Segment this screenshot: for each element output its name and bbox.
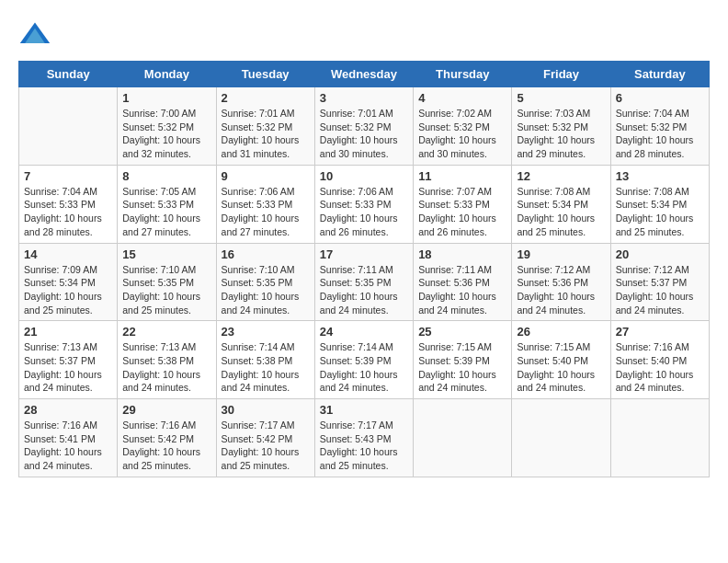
weekday-header-friday: Friday	[512, 62, 610, 87]
weekday-header-row: SundayMondayTuesdayWednesdayThursdayFrid…	[19, 62, 710, 87]
calendar-cell: 31Sunrise: 7:17 AM Sunset: 5:43 PM Dayli…	[314, 399, 413, 477]
calendar-cell	[19, 87, 118, 166]
day-info: Sunrise: 7:04 AM Sunset: 5:33 PM Dayligh…	[24, 185, 112, 239]
day-number: 3	[320, 91, 408, 105]
weekday-header-tuesday: Tuesday	[216, 62, 314, 87]
day-number: 12	[517, 169, 605, 183]
day-number: 2	[222, 91, 310, 105]
calendar-cell: 24Sunrise: 7:14 AM Sunset: 5:39 PM Dayli…	[314, 321, 413, 399]
calendar-cell: 17Sunrise: 7:11 AM Sunset: 5:35 PM Dayli…	[314, 243, 413, 321]
calendar-cell	[512, 399, 610, 477]
logo	[18, 18, 55, 52]
day-info: Sunrise: 7:13 AM Sunset: 5:38 PM Dayligh…	[122, 340, 210, 395]
day-number: 21	[24, 325, 112, 339]
calendar-cell: 18Sunrise: 7:11 AM Sunset: 5:36 PM Dayli…	[414, 243, 512, 321]
day-info: Sunrise: 7:12 AM Sunset: 5:37 PM Dayligh…	[616, 263, 704, 317]
day-info: Sunrise: 7:10 AM Sunset: 5:35 PM Dayligh…	[122, 263, 210, 317]
calendar-cell: 29Sunrise: 7:16 AM Sunset: 5:42 PM Dayli…	[118, 399, 216, 477]
weekday-header-wednesday: Wednesday	[314, 62, 413, 87]
weekday-header-monday: Monday	[118, 62, 216, 87]
calendar-cell: 8Sunrise: 7:05 AM Sunset: 5:33 PM Daylig…	[118, 165, 216, 243]
calendar-cell: 30Sunrise: 7:17 AM Sunset: 5:42 PM Dayli…	[216, 399, 314, 477]
day-number: 16	[222, 247, 310, 261]
calendar-cell: 23Sunrise: 7:14 AM Sunset: 5:38 PM Dayli…	[216, 321, 314, 399]
day-number: 15	[122, 247, 210, 261]
day-info: Sunrise: 7:07 AM Sunset: 5:33 PM Dayligh…	[418, 185, 506, 239]
day-info: Sunrise: 7:02 AM Sunset: 5:32 PM Dayligh…	[418, 107, 506, 161]
header	[18, 18, 710, 52]
calendar-week-4: 21Sunrise: 7:13 AM Sunset: 5:37 PM Dayli…	[19, 321, 710, 399]
day-info: Sunrise: 7:04 AM Sunset: 5:32 PM Dayligh…	[616, 107, 704, 161]
day-number: 29	[122, 403, 210, 417]
day-number: 20	[616, 247, 704, 261]
day-number: 8	[122, 169, 210, 183]
weekday-header-saturday: Saturday	[610, 62, 709, 87]
day-number: 23	[222, 325, 310, 339]
calendar-week-1: 1Sunrise: 7:00 AM Sunset: 5:32 PM Daylig…	[19, 87, 710, 166]
day-number: 13	[616, 169, 704, 183]
calendar-cell: 2Sunrise: 7:01 AM Sunset: 5:32 PM Daylig…	[216, 87, 314, 166]
calendar-body: 1Sunrise: 7:00 AM Sunset: 5:32 PM Daylig…	[19, 87, 710, 477]
day-info: Sunrise: 7:01 AM Sunset: 5:32 PM Dayligh…	[222, 107, 310, 161]
day-info: Sunrise: 7:17 AM Sunset: 5:43 PM Dayligh…	[320, 419, 408, 473]
day-number: 26	[517, 325, 605, 339]
day-number: 31	[320, 403, 408, 417]
day-info: Sunrise: 7:13 AM Sunset: 5:37 PM Dayligh…	[24, 340, 112, 395]
calendar-cell: 7Sunrise: 7:04 AM Sunset: 5:33 PM Daylig…	[19, 165, 118, 243]
calendar-cell: 15Sunrise: 7:10 AM Sunset: 5:35 PM Dayli…	[118, 243, 216, 321]
calendar-cell	[610, 399, 709, 477]
calendar-cell: 11Sunrise: 7:07 AM Sunset: 5:33 PM Dayli…	[414, 165, 512, 243]
day-number: 1	[122, 91, 210, 105]
calendar-cell: 6Sunrise: 7:04 AM Sunset: 5:32 PM Daylig…	[610, 87, 709, 166]
calendar-cell: 26Sunrise: 7:15 AM Sunset: 5:40 PM Dayli…	[512, 321, 610, 399]
day-number: 14	[24, 247, 112, 261]
day-info: Sunrise: 7:16 AM Sunset: 5:42 PM Dayligh…	[122, 419, 210, 473]
day-number: 9	[222, 169, 310, 183]
day-number: 18	[418, 247, 506, 261]
calendar-cell: 13Sunrise: 7:08 AM Sunset: 5:34 PM Dayli…	[610, 165, 709, 243]
calendar-week-5: 28Sunrise: 7:16 AM Sunset: 5:41 PM Dayli…	[19, 399, 710, 477]
day-info: Sunrise: 7:15 AM Sunset: 5:40 PM Dayligh…	[517, 340, 605, 395]
calendar-cell: 1Sunrise: 7:00 AM Sunset: 5:32 PM Daylig…	[118, 87, 216, 166]
day-number: 17	[320, 247, 408, 261]
day-info: Sunrise: 7:10 AM Sunset: 5:35 PM Dayligh…	[222, 263, 310, 317]
day-info: Sunrise: 7:11 AM Sunset: 5:36 PM Dayligh…	[418, 263, 506, 317]
day-info: Sunrise: 7:05 AM Sunset: 5:33 PM Dayligh…	[122, 185, 210, 239]
calendar-cell: 25Sunrise: 7:15 AM Sunset: 5:39 PM Dayli…	[414, 321, 512, 399]
calendar-cell: 22Sunrise: 7:13 AM Sunset: 5:38 PM Dayli…	[118, 321, 216, 399]
calendar-cell: 28Sunrise: 7:16 AM Sunset: 5:41 PM Dayli…	[19, 399, 118, 477]
day-info: Sunrise: 7:06 AM Sunset: 5:33 PM Dayligh…	[222, 185, 310, 239]
day-info: Sunrise: 7:11 AM Sunset: 5:35 PM Dayligh…	[320, 263, 408, 317]
calendar-cell: 14Sunrise: 7:09 AM Sunset: 5:34 PM Dayli…	[19, 243, 118, 321]
day-info: Sunrise: 7:14 AM Sunset: 5:38 PM Dayligh…	[222, 340, 310, 395]
day-number: 30	[222, 403, 310, 417]
day-number: 11	[418, 169, 506, 183]
day-number: 10	[320, 169, 408, 183]
calendar-cell	[414, 399, 512, 477]
day-number: 6	[616, 91, 704, 105]
calendar-cell: 19Sunrise: 7:12 AM Sunset: 5:36 PM Dayli…	[512, 243, 610, 321]
day-number: 5	[517, 91, 605, 105]
day-number: 28	[24, 403, 112, 417]
calendar-table: SundayMondayTuesdayWednesdayThursdayFrid…	[18, 61, 710, 477]
day-number: 4	[418, 91, 506, 105]
day-info: Sunrise: 7:08 AM Sunset: 5:34 PM Dayligh…	[616, 185, 704, 239]
calendar-cell: 21Sunrise: 7:13 AM Sunset: 5:37 PM Dayli…	[19, 321, 118, 399]
day-number: 24	[320, 325, 408, 339]
day-info: Sunrise: 7:03 AM Sunset: 5:32 PM Dayligh…	[517, 107, 605, 161]
calendar-header: SundayMondayTuesdayWednesdayThursdayFrid…	[19, 62, 710, 87]
weekday-header-thursday: Thursday	[414, 62, 512, 87]
day-info: Sunrise: 7:12 AM Sunset: 5:36 PM Dayligh…	[517, 263, 605, 317]
day-number: 25	[418, 325, 506, 339]
day-info: Sunrise: 7:06 AM Sunset: 5:33 PM Dayligh…	[320, 185, 408, 239]
day-number: 7	[24, 169, 112, 183]
calendar-cell: 10Sunrise: 7:06 AM Sunset: 5:33 PM Dayli…	[314, 165, 413, 243]
day-info: Sunrise: 7:15 AM Sunset: 5:39 PM Dayligh…	[418, 340, 506, 395]
day-info: Sunrise: 7:08 AM Sunset: 5:34 PM Dayligh…	[517, 185, 605, 239]
day-number: 22	[122, 325, 210, 339]
calendar-week-3: 14Sunrise: 7:09 AM Sunset: 5:34 PM Dayli…	[19, 243, 710, 321]
day-info: Sunrise: 7:17 AM Sunset: 5:42 PM Dayligh…	[222, 419, 310, 473]
calendar-cell: 27Sunrise: 7:16 AM Sunset: 5:40 PM Dayli…	[610, 321, 709, 399]
weekday-header-sunday: Sunday	[19, 62, 118, 87]
day-number: 19	[517, 247, 605, 261]
